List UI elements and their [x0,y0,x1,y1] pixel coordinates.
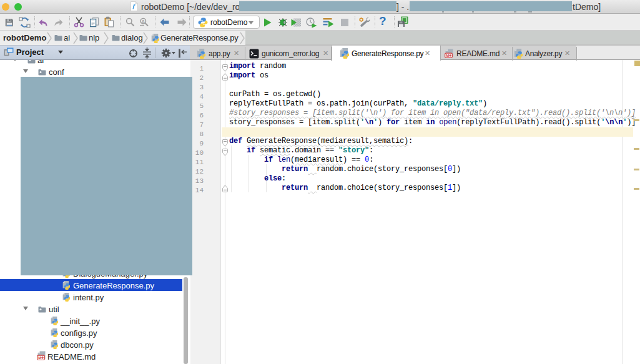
svg-text:M: M [446,54,449,57]
svg-text:A: A [142,19,145,24]
svg-text:M: M [38,356,41,360]
